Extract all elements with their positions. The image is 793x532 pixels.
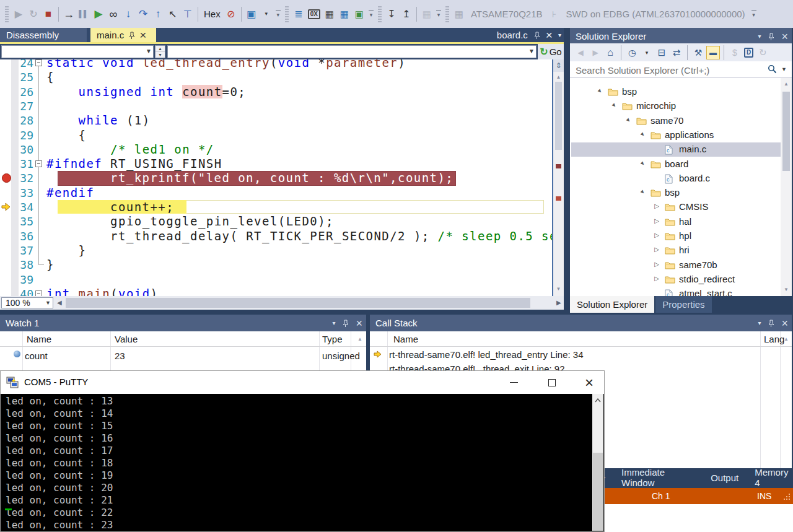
tab-main-c[interactable]: main.c × [90,28,156,42]
resize-grip[interactable] [783,493,791,500]
toolbar-grip[interactable] [445,6,449,22]
members-dropdown[interactable]: ▼ [167,45,537,58]
sync-with-active-document-icon[interactable]: ⇄ [670,46,683,59]
code-line-32[interactable]: 32rt_kprintf("led on, count : %d\r\n",co… [0,171,552,185]
pin-icon[interactable] [533,32,540,39]
step-out-icon[interactable]: ↑ [151,7,165,22]
solution-explorer-title-bar[interactable]: Solution Explorer ▾ × [570,28,792,45]
code-line-30[interactable]: 30 /* led1 on */ [0,142,552,157]
code-line-27[interactable]: 27 [0,99,552,113]
filter-caret-icon[interactable]: ▾ [640,46,654,59]
step-into-icon[interactable]: ↓ [121,7,136,22]
registers-view-icon[interactable]: 0X [308,9,320,19]
tree-item-hpl[interactable]: ▷hpl [571,229,781,243]
tab-properties[interactable]: Properties [655,296,711,313]
expander-collapsed-icon[interactable]: ▷ [653,261,660,268]
step-over-icon[interactable]: ↷ [136,7,151,22]
watch-column-name[interactable]: Name [27,334,51,344]
toolbar-overflow-1[interactable]: ▾ [274,11,283,18]
window-position-icon[interactable]: ▾ [758,33,761,40]
tree-item-main-c[interactable]: cmain.c [571,142,781,157]
code-line-38[interactable]: 38} [0,258,552,272]
zoom-level-dropdown[interactable]: 100 % ▼ [1,297,53,308]
close-button[interactable]: × [576,371,603,394]
tab-solution-explorer[interactable]: Solution Explorer [570,296,654,313]
tree-item-same70[interactable]: ▼same70 [571,114,781,128]
expander-collapsed-icon[interactable]: ▷ [653,275,660,282]
pin-icon[interactable] [768,320,774,327]
close-icon[interactable]: × [781,32,788,41]
minimize-button[interactable] [500,371,527,394]
close-icon[interactable]: × [356,319,362,328]
code-line-36[interactable]: 36 rt_thread_delay( RT_TICK_PER_SECOND/2… [0,229,552,243]
pin-icon[interactable] [768,33,774,40]
properties-wrench-icon[interactable]: ⚒ [691,46,705,59]
scroll-up-icon[interactable] [595,398,601,403]
editor-vertical-scrollbar[interactable]: ⇕ ▲ ▼ [552,59,564,296]
code-line-35[interactable]: 35 gpio_toggle_pin_level(LED0); [0,214,552,229]
break-all-icon[interactable]: ▌▌ [76,7,91,22]
tree-scrollbar[interactable]: ▲ ▼ [781,78,792,296]
toolbar-grip[interactable] [5,6,9,22]
code-line-25[interactable]: 25{ [0,70,552,84]
scroll-up-icon[interactable]: ▲ [357,336,362,342]
close-icon[interactable]: × [546,31,553,40]
split-handle-icon[interactable]: ⇕ [553,59,564,72]
code-line-24[interactable]: 24static void led_thread_entry(void *par… [0,59,552,70]
watch-title-bar[interactable]: Watch 1 ▾ × [0,315,366,331]
tree-item-atmel-start-c[interactable]: catmel_start.c [571,287,781,296]
expander-expanded-icon[interactable]: ▼ [609,101,619,111]
device-programming-caret[interactable]: ▾ [259,7,274,22]
window-position-icon[interactable]: ▾ [332,320,335,326]
toolbar-overflow-2[interactable]: ▾ [367,11,375,18]
tree-item-same70b[interactable]: ▷same70b [571,258,781,273]
spinner-down-icon[interactable]: ▼ [156,52,165,58]
scroll-left-icon[interactable]: ◀ [57,299,62,306]
scroll-up-icon[interactable]: ▲ [781,81,792,87]
code-line-37[interactable]: 37 } [0,243,552,258]
io-view-icon[interactable]: ▣ [352,7,367,22]
debug-restart-icon[interactable]: ↻ [26,7,41,22]
close-icon[interactable]: × [781,319,788,328]
search-icon[interactable] [768,64,777,74]
hex-toggle-button[interactable]: Hex [201,7,224,22]
disassembly-view-icon[interactable]: ≣ [291,7,306,22]
tree-item-bsp[interactable]: ▼bsp [571,85,781,99]
tab-output[interactable]: Output [711,473,738,483]
stop-debugging-icon[interactable]: ■ [41,7,56,22]
editor-horizontal-scrollbar[interactable]: 100 % ▼ ◀ ▶ [0,296,564,310]
disable-breakpoints-icon[interactable]: ⊘ [224,7,239,22]
probe-icon[interactable]: ⊦ [547,7,562,22]
code-line-28[interactable]: 28 while (1) [0,113,552,128]
code-line-29[interactable]: 29 { [0,128,552,142]
code-line-39[interactable]: 39 [0,273,552,287]
device-programming-icon[interactable]: ▣ [244,7,259,22]
code-line-31[interactable]: 31#ifndef RT_USING_FINSH [0,157,552,171]
terminal-scrollbar[interactable] [592,394,603,531]
tree-item-board-c[interactable]: cboard.c [571,172,781,186]
tree-item-board[interactable]: ▼board [571,157,781,172]
run-to-cursor-icon[interactable]: ⊤ [180,7,195,22]
tree-item-cmsis[interactable]: ▷CMSIS [571,200,781,214]
chevron-down-icon[interactable]: ▼ [781,66,787,72]
code-line-34[interactable]: 34count++; [0,200,552,214]
stack-frame[interactable]: rt-thread-same70.elf! led_thread_entry L… [370,348,780,362]
putty-title-bar[interactable]: COM5 - PuTTY × [1,371,604,394]
continue-icon[interactable]: ▶ [91,7,106,22]
scroll-up-icon[interactable]: ▲ [553,74,564,80]
spinner-up-icon[interactable]: ▲ [156,46,165,52]
putty-window[interactable]: COM5 - PuTTY × led on, count : 13led on,… [0,370,605,532]
designer-icon[interactable]: D [744,48,753,58]
expander-expanded-icon[interactable]: ▼ [595,86,605,96]
scrollbar-thumb[interactable] [66,298,530,308]
pin-icon[interactable] [342,320,349,327]
read-device-icon[interactable]: ↥ [399,7,414,22]
scrollbar-thumb[interactable] [782,92,790,171]
expander-collapsed-icon[interactable]: ▷ [653,203,660,209]
expander-expanded-icon[interactable]: ▼ [637,129,647,139]
tab-immediate-window[interactable]: Immediate Window [621,467,694,488]
watch-column-type[interactable]: Type [322,334,343,344]
pending-changes-filter-icon[interactable]: ◷ [625,46,639,59]
watch-column-value[interactable]: Value [115,334,138,344]
code-line-40[interactable]: 40int main(void) [0,287,552,296]
